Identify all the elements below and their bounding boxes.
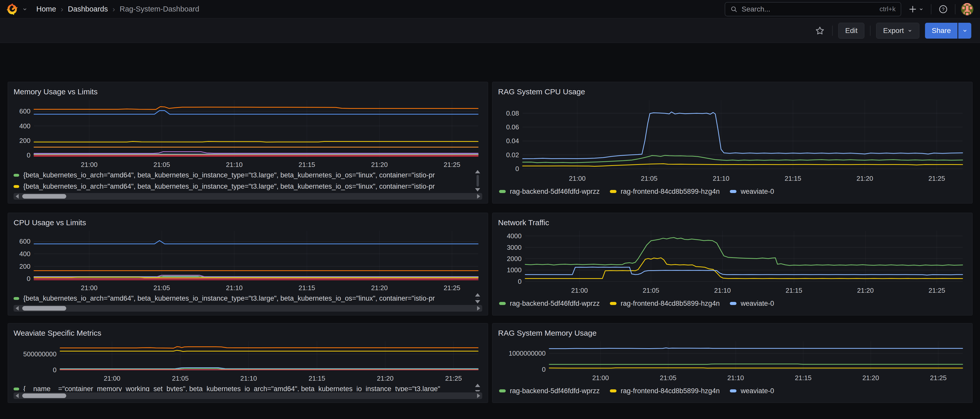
legend-rows: {beta_kubernetes_io_arch="amd64", beta_k… <box>14 170 482 192</box>
panel-title[interactable]: CPU Usage vs Limits <box>14 216 482 229</box>
edit-button[interactable]: Edit <box>838 23 864 39</box>
panel-title[interactable]: Weaviate Specific Metrics <box>14 327 482 339</box>
y-axis-tick-label: 1000000000 <box>509 349 546 357</box>
series-color-chip <box>499 302 506 305</box>
breadcrumb-home[interactable]: Home <box>36 5 56 13</box>
series-line <box>549 348 963 349</box>
divider <box>955 4 955 14</box>
legend-item[interactable]: {beta_kubernetes_io_arch="amd64", beta_k… <box>14 170 471 181</box>
legend-horizontal-scrollbar[interactable] <box>14 193 482 200</box>
scroll-left-icon[interactable] <box>16 394 19 398</box>
x-axis-tick-label: 21:05 <box>660 374 676 382</box>
nav-right: Search... ctrl+k ? <box>725 2 974 16</box>
chart-svg: 050000000021:0021:0521:1021:1521:2021:25 <box>14 339 482 383</box>
question-circle-icon: ? <box>939 5 948 14</box>
y-axis-tick-label: 0 <box>53 366 57 374</box>
x-axis-tick-label: 21:20 <box>856 175 873 182</box>
legend-vertical-scrollbar[interactable] <box>474 384 480 391</box>
add-new-button[interactable] <box>907 3 925 15</box>
x-axis-tick-label: 21:15 <box>786 287 802 294</box>
panel-title[interactable]: Network Traffic <box>498 216 967 229</box>
y-axis-tick-label: 0.04 <box>506 137 519 145</box>
legend-item[interactable]: rag-frontend-84cd8b5899-hzg4n <box>610 188 719 195</box>
time-series-chart[interactable]: 020040060021:0021:0521:1021:1521:2021:25 <box>14 229 482 293</box>
legend-item[interactable]: rag-frontend-84cd8b5899-hzg4n <box>610 387 719 395</box>
user-avatar[interactable] <box>961 3 974 15</box>
org-switcher-chevron-icon[interactable] <box>22 6 28 12</box>
legend-item[interactable]: weaviate-0 <box>730 300 774 308</box>
time-series-chart[interactable]: 0100000000021:0021:0521:1021:1521:2021:2… <box>498 339 967 383</box>
share-dropdown-button[interactable] <box>958 23 971 39</box>
top-navigation-bar: Home › Dashboards › Rag-System-Dashboard… <box>0 0 980 18</box>
panel-title[interactable]: RAG System CPU Usage <box>498 86 967 98</box>
panel-title[interactable]: Memory Usage vs Limits <box>14 86 482 98</box>
divider <box>931 4 931 14</box>
x-axis-tick-label: 21:05 <box>172 375 189 382</box>
scroll-right-icon[interactable] <box>477 194 480 198</box>
export-button[interactable]: Export <box>876 23 920 39</box>
legend-series-name: weaviate-0 <box>741 300 774 308</box>
legend-series-name: rag-frontend-84cd8b5899-hzg4n <box>620 387 719 395</box>
scrollbar-thumb[interactable] <box>22 306 66 311</box>
legend-vertical-scrollbar[interactable] <box>474 293 480 303</box>
legend-item[interactable]: {beta_kubernetes_io_arch="amd64", beta_k… <box>14 181 471 192</box>
legend-item[interactable]: {beta_kubernetes_io_arch="amd64", beta_k… <box>14 293 471 304</box>
time-series-chart[interactable]: 050000000021:0021:0521:1021:1521:2021:25 <box>14 339 482 383</box>
scroll-down-icon[interactable] <box>475 390 480 391</box>
x-axis-tick-label: 21:20 <box>371 161 388 168</box>
legend-item[interactable]: weaviate-0 <box>730 188 774 195</box>
x-axis-tick-label: 21:00 <box>81 284 97 292</box>
legend-item[interactable]: rag-backend-5df46fdfd-wprzz <box>499 188 600 195</box>
legend-item[interactable]: {__name__="container_memory_working_set_… <box>14 383 471 391</box>
scroll-up-icon[interactable] <box>475 384 480 387</box>
legend-item[interactable]: weaviate-0 <box>730 387 774 395</box>
legend-item[interactable]: rag-frontend-84cd8b5899-hzg4n <box>610 300 719 308</box>
scrollbar-thumb[interactable] <box>22 194 66 198</box>
scroll-right-icon[interactable] <box>477 394 480 398</box>
help-button[interactable]: ? <box>937 3 949 15</box>
scroll-left-icon[interactable] <box>16 194 19 198</box>
time-series-chart[interactable]: 020040060021:0021:0521:1021:1521:2021:25 <box>14 98 482 170</box>
chart-svg: 00.020.040.060.0821:0021:0521:1021:1521:… <box>498 98 967 183</box>
favorite-star-button[interactable] <box>813 24 827 37</box>
legend-vertical-scrollbar[interactable] <box>474 170 480 192</box>
legend-item[interactable]: rag-backend-5df46fdfd-wprzz <box>499 300 600 308</box>
time-series-chart[interactable]: 0100020003000400021:0021:0521:1021:1521:… <box>498 229 967 295</box>
scroll-down-icon[interactable] <box>475 300 480 303</box>
legend-item[interactable]: rag-backend-5df46fdfd-wprzz <box>499 387 600 395</box>
series-color-chip <box>499 190 506 193</box>
scrollbar-thumb[interactable] <box>477 175 479 187</box>
x-axis-tick-label: 21:25 <box>928 175 945 182</box>
series-color-chip <box>14 297 19 300</box>
grafana-logo[interactable] <box>6 3 18 15</box>
legend-horizontal-scrollbar[interactable] <box>14 305 482 312</box>
panel-title[interactable]: RAG System Memory Usage <box>498 327 967 339</box>
scroll-down-icon[interactable] <box>475 188 480 192</box>
scroll-right-icon[interactable] <box>477 306 480 311</box>
series-line <box>60 347 478 348</box>
x-axis-tick-label: 21:15 <box>795 374 811 382</box>
x-axis-tick-label: 21:10 <box>240 375 257 382</box>
y-axis-tick-label: 400 <box>19 122 30 130</box>
scrollbar-thumb[interactable] <box>22 394 66 398</box>
series-line <box>60 350 478 351</box>
x-axis-tick-label: 21:10 <box>226 284 242 292</box>
scroll-up-icon[interactable] <box>475 293 480 297</box>
share-button[interactable]: Share <box>925 23 958 39</box>
breadcrumb-dashboards[interactable]: Dashboards <box>68 5 108 13</box>
legend-series-label: {beta_kubernetes_io_arch="amd64", beta_k… <box>23 295 471 302</box>
series-color-chip <box>730 302 737 305</box>
x-axis-tick-label: 21:25 <box>930 374 947 382</box>
legend-horizontal-scrollbar[interactable] <box>14 392 482 399</box>
scroll-left-icon[interactable] <box>16 306 19 311</box>
chart-legend: rag-backend-5df46fdfd-wprzzrag-frontend-… <box>498 383 967 399</box>
breadcrumb: Home › Dashboards › Rag-System-Dashboard <box>36 5 199 14</box>
nav-left: Home › Dashboards › Rag-System-Dashboard <box>6 3 199 15</box>
series-color-chip <box>730 389 737 392</box>
search-input[interactable]: Search... ctrl+k <box>725 2 901 16</box>
time-series-chart[interactable]: 00.020.040.060.0821:0021:0521:1021:1521:… <box>498 98 967 183</box>
scroll-up-icon[interactable] <box>475 170 480 173</box>
dashboard-toolbar: Edit Export Share <box>0 18 980 43</box>
legend-rows: {__name__="container_memory_working_set_… <box>14 383 482 391</box>
scrollbar-thumb[interactable] <box>477 298 479 298</box>
